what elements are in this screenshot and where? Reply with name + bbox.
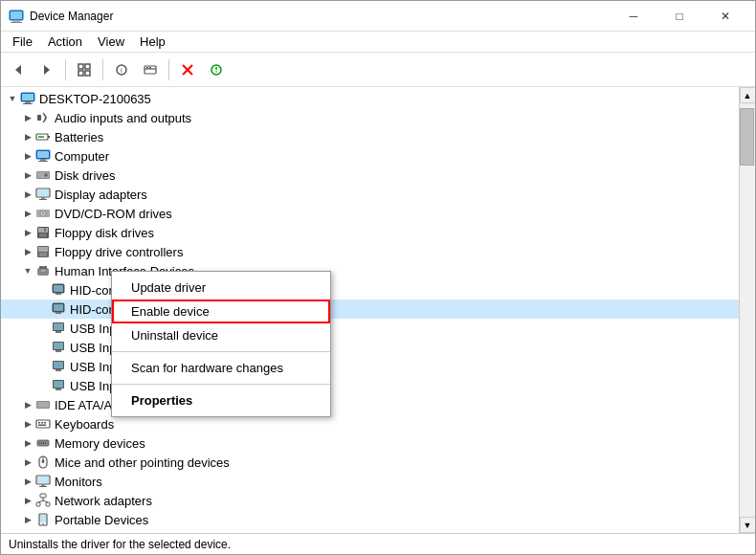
list-item[interactable]: ▶ Portable Devices	[1, 510, 739, 529]
svg-rect-60	[56, 312, 61, 314]
status-bar: Uninstalls the driver for the selected d…	[1, 533, 755, 554]
scroll-down-arrow[interactable]: ▼	[740, 517, 756, 533]
svg-point-100	[42, 523, 44, 525]
usb-icon	[51, 359, 66, 374]
list-item[interactable]: ▶ Monitors	[1, 472, 739, 491]
scan-changes-button[interactable]	[203, 57, 230, 82]
svg-rect-23	[25, 101, 31, 103]
ctx-uninstall-device[interactable]: Uninstall device	[112, 323, 330, 347]
list-item[interactable]: ▶ Audio inputs and outputs	[1, 108, 739, 127]
root-expander[interactable]: ▼	[5, 91, 20, 106]
svg-rect-92	[40, 494, 46, 498]
list-item[interactable]: ▶ Memory devices	[1, 433, 739, 453]
svg-rect-47	[39, 233, 47, 237]
ctx-scan-changes[interactable]: Scan for hardware changes	[112, 356, 330, 380]
expander-icon[interactable]: ▶	[20, 148, 35, 164]
list-item[interactable]: ▶ Network adapters	[1, 491, 739, 510]
list-item[interactable]: ▶ Display adapters	[1, 185, 739, 204]
svg-rect-94	[46, 502, 50, 506]
scrollbar[interactable]: ▲ ▼	[739, 87, 755, 533]
svg-point-36	[45, 174, 47, 176]
menu-view[interactable]: View	[90, 33, 132, 51]
menu-help[interactable]: Help	[132, 33, 173, 51]
expander-icon[interactable]: ▼	[20, 263, 35, 278]
expander-icon[interactable]: ▶	[20, 531, 35, 533]
expander-icon[interactable]: ▶	[20, 110, 35, 125]
forward-button[interactable]	[33, 57, 60, 82]
maximize-button[interactable]: □	[657, 7, 701, 26]
list-item[interactable]: ▶ Floppy drive controllers	[1, 242, 739, 261]
expander-icon[interactable]: ▶	[20, 225, 35, 240]
computer-icon	[20, 91, 35, 106]
expander-icon[interactable]: ▶	[20, 129, 35, 144]
svg-marker-5	[44, 65, 50, 75]
back-button[interactable]	[5, 57, 32, 82]
scroll-up-arrow[interactable]: ▲	[740, 87, 756, 103]
svg-rect-40	[39, 199, 47, 200]
expander-icon[interactable]: ▶	[20, 512, 35, 527]
svg-rect-3	[11, 11, 22, 19]
minimize-button[interactable]: ─	[611, 7, 656, 26]
hid-device-icon	[51, 282, 66, 298]
ctx-enable-device[interactable]: Enable device	[112, 300, 330, 323]
menu-action[interactable]: Action	[40, 33, 90, 51]
menu-file[interactable]: File	[5, 33, 40, 51]
item-label: Keyboards	[55, 417, 114, 432]
expander-icon[interactable]: ▶	[20, 474, 35, 489]
svg-line-97	[43, 500, 48, 502]
list-item[interactable]: ▶ Computer	[1, 146, 739, 166]
close-button[interactable]: ✕	[703, 7, 747, 26]
expander-icon[interactable]: ▶	[20, 455, 35, 470]
svg-rect-93	[36, 502, 40, 506]
memory-icon	[35, 435, 51, 451]
svg-rect-59	[54, 304, 63, 311]
ctx-update-driver[interactable]: Update driver	[112, 276, 330, 300]
svg-rect-38	[37, 189, 49, 196]
expander-icon[interactable]: ▶	[20, 167, 35, 183]
tree-root[interactable]: ▼ DESKTOP-2100635	[1, 89, 739, 108]
expander-icon[interactable]: ▶	[20, 244, 35, 259]
properties-button[interactable]: i	[108, 57, 135, 82]
expander-icon[interactable]: ▶	[20, 416, 35, 432]
svg-rect-56	[54, 285, 63, 292]
svg-rect-68	[54, 362, 63, 368]
item-label: Computer	[55, 149, 109, 164]
expander-icon[interactable]: ▶	[20, 493, 35, 508]
uninstall-button[interactable]	[174, 57, 201, 82]
expander-icon[interactable]: ▶	[20, 187, 35, 202]
svg-rect-62	[54, 323, 63, 330]
list-item[interactable]: ▶ Ports (COM & LPT)	[1, 529, 739, 533]
svg-rect-57	[56, 293, 61, 295]
item-label: Display adapters	[55, 188, 147, 202]
ctx-properties[interactable]: Properties	[112, 388, 330, 412]
list-item[interactable]: ▶ Batteries	[1, 127, 739, 146]
svg-rect-90	[41, 484, 45, 486]
list-item[interactable]: ▶ Floppy disk drives	[1, 223, 739, 242]
usb-icon	[51, 340, 66, 355]
item-label: Memory devices	[55, 436, 145, 451]
update-driver-button[interactable]	[137, 57, 164, 82]
list-item[interactable]: ▶ DVD/CD-ROM drives	[1, 204, 739, 223]
list-item[interactable]: ▶ Disk drives	[1, 166, 739, 185]
scroll-thumb[interactable]	[740, 108, 754, 166]
portable-icon	[35, 512, 51, 527]
scroll-track[interactable]	[740, 103, 755, 517]
item-label: Floppy drive controllers	[55, 245, 183, 259]
window-title: Device Manager	[30, 10, 113, 23]
tree-panel[interactable]: ▼ DESKTOP-2100635 ▶	[1, 87, 739, 533]
svg-rect-1	[12, 20, 20, 22]
item-label: Disk drives	[55, 168, 116, 183]
expander-icon[interactable]: ▶	[20, 206, 35, 221]
item-label: Batteries	[55, 130, 103, 144]
ide-icon	[35, 397, 51, 412]
expander-icon[interactable]: ▶	[20, 397, 35, 412]
show-hide-button[interactable]	[71, 57, 98, 82]
svg-rect-81	[39, 442, 40, 444]
item-label: Portable Devices	[55, 513, 148, 527]
svg-rect-69	[56, 369, 61, 371]
expander-icon[interactable]: ▶	[20, 435, 35, 451]
list-item[interactable]: ▶ Keyboards	[1, 414, 739, 433]
svg-rect-72	[56, 388, 61, 390]
title-bar: Device Manager ─ □ ✕	[1, 1, 755, 32]
list-item[interactable]: ▶ Mice and other pointing devices	[1, 453, 739, 472]
